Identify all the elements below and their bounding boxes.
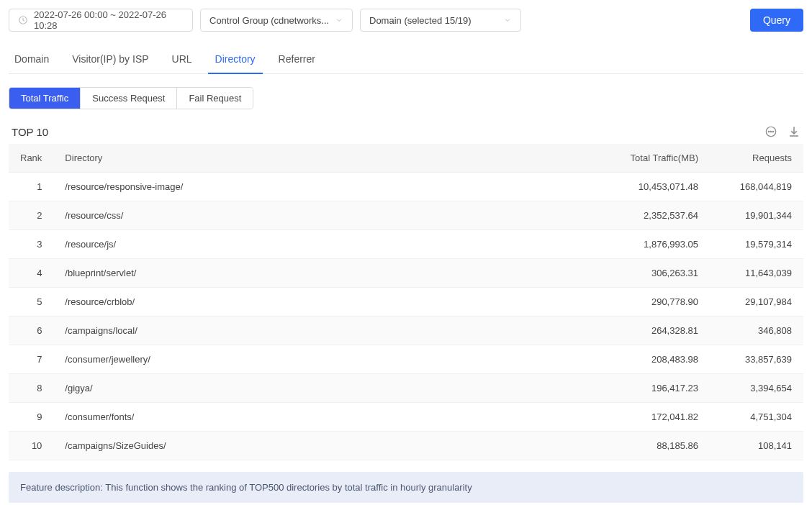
cell-rank: 6: [9, 317, 53, 345]
feature-description-banner: Feature description: This function shows…: [9, 472, 803, 503]
section-header: TOP 10: [9, 125, 803, 138]
svg-point-2: [768, 131, 770, 132]
cell-rank: 1: [9, 173, 53, 201]
col-traffic: Total Traffic(MB): [602, 144, 710, 173]
table-row: 8/gigya/196,417.233,394,654: [9, 374, 803, 403]
col-directory: Directory: [53, 144, 602, 173]
tab-referrer[interactable]: Referrer: [277, 46, 317, 73]
control-group-select[interactable]: Control Group (cdnetworks...: [200, 9, 353, 32]
cell-requests: 29,107,984: [710, 288, 803, 317]
tab-directory[interactable]: Directory: [214, 46, 257, 73]
query-button[interactable]: Query: [750, 9, 803, 32]
tab-visitor-isp[interactable]: Visitor(IP) by ISP: [71, 46, 150, 73]
tab-url[interactable]: URL: [171, 46, 194, 73]
chevron-down-icon: [335, 16, 343, 24]
cell-traffic: 2,352,537.64: [602, 201, 710, 230]
metric-subtabs: Total Traffic Success Request Fail Reque…: [9, 87, 253, 109]
cell-requests: 19,901,344: [710, 201, 803, 230]
cell-directory: /campaigns/SizeGuides/: [53, 432, 602, 460]
date-range-picker[interactable]: 2022-07-26 00:00 ~ 2022-07-26 10:28: [9, 9, 193, 32]
clock-icon: [18, 15, 28, 25]
main-tabs: Domain Visitor(IP) by ISP URL Directory …: [9, 46, 803, 74]
cell-directory: /consumer/jewellery/: [53, 345, 602, 374]
cell-requests: 33,857,639: [710, 345, 803, 374]
cell-rank: 4: [9, 259, 53, 288]
cell-directory: /resource/crblob/: [53, 288, 602, 317]
domain-select-value: Domain (selected 15/19): [369, 15, 503, 26]
cell-traffic: 88,185.86: [602, 432, 710, 460]
download-icon[interactable]: [788, 125, 800, 138]
subtab-fail-request[interactable]: Fail Request: [177, 88, 253, 109]
directory-table: Rank Directory Total Traffic(MB) Request…: [9, 144, 803, 460]
cell-rank: 9: [9, 403, 53, 432]
table-row: 6/campaigns/local/264,328.81346,808: [9, 317, 803, 345]
section-actions: [764, 125, 800, 138]
cell-rank: 5: [9, 288, 53, 317]
table-row: 10/campaigns/SizeGuides/88,185.86108,141: [9, 432, 803, 460]
cell-requests: 11,643,039: [710, 259, 803, 288]
subtab-total-traffic[interactable]: Total Traffic: [9, 88, 81, 109]
cell-traffic: 306,263.31: [602, 259, 710, 288]
cell-requests: 19,579,314: [710, 230, 803, 259]
tab-domain[interactable]: Domain: [13, 46, 50, 73]
cell-traffic: 10,453,071.48: [602, 173, 710, 201]
table-row: 5/resource/crblob/290,778.9029,107,984: [9, 288, 803, 317]
cell-traffic: 1,876,993.05: [602, 230, 710, 259]
cell-directory: /campaigns/local/: [53, 317, 602, 345]
cell-requests: 3,394,654: [710, 374, 803, 403]
col-requests: Requests: [710, 144, 803, 173]
cell-requests: 168,044,819: [710, 173, 803, 201]
cell-rank: 10: [9, 432, 53, 460]
cell-traffic: 172,041.82: [602, 403, 710, 432]
cell-directory: /resource/js/: [53, 230, 602, 259]
control-group-value: Control Group (cdnetworks...: [209, 15, 335, 26]
cell-directory: /blueprint/servlet/: [53, 259, 602, 288]
table-row: 7/consumer/jewellery/208,483.9833,857,63…: [9, 345, 803, 374]
table-row: 3/resource/js/1,876,993.0519,579,314: [9, 230, 803, 259]
domain-select[interactable]: Domain (selected 15/19): [360, 9, 521, 32]
cell-rank: 2: [9, 201, 53, 230]
date-range-value: 2022-07-26 00:00 ~ 2022-07-26 10:28: [34, 9, 184, 31]
cell-directory: /gigya/: [53, 374, 602, 403]
table-row: 9/consumer/fonts/172,041.824,751,304: [9, 403, 803, 432]
cell-traffic: 196,417.23: [602, 374, 710, 403]
filter-bar: 2022-07-26 00:00 ~ 2022-07-26 10:28 Cont…: [9, 9, 803, 32]
svg-point-4: [772, 131, 774, 132]
col-rank: Rank: [9, 144, 53, 173]
cell-rank: 7: [9, 345, 53, 374]
cell-directory: /resource/responsive-image/: [53, 173, 602, 201]
cell-rank: 8: [9, 374, 53, 403]
table-row: 2/resource/css/2,352,537.6419,901,344: [9, 201, 803, 230]
cell-rank: 3: [9, 230, 53, 259]
cell-traffic: 290,778.90: [602, 288, 710, 317]
chevron-down-icon: [503, 16, 512, 24]
more-icon[interactable]: [764, 125, 777, 138]
cell-traffic: 264,328.81: [602, 317, 710, 345]
cell-requests: 4,751,304: [710, 403, 803, 432]
cell-directory: /resource/css/: [53, 201, 602, 230]
section-title: TOP 10: [12, 126, 48, 138]
table-row: 1/resource/responsive-image/10,453,071.4…: [9, 173, 803, 201]
cell-requests: 346,808: [710, 317, 803, 345]
subtab-success-request[interactable]: Success Request: [81, 88, 177, 109]
svg-point-3: [770, 131, 772, 132]
cell-traffic: 208,483.98: [602, 345, 710, 374]
cell-directory: /consumer/fonts/: [53, 403, 602, 432]
cell-requests: 108,141: [710, 432, 803, 460]
table-header-row: Rank Directory Total Traffic(MB) Request…: [9, 144, 803, 173]
table-row: 4/blueprint/servlet/306,263.3111,643,039: [9, 259, 803, 288]
